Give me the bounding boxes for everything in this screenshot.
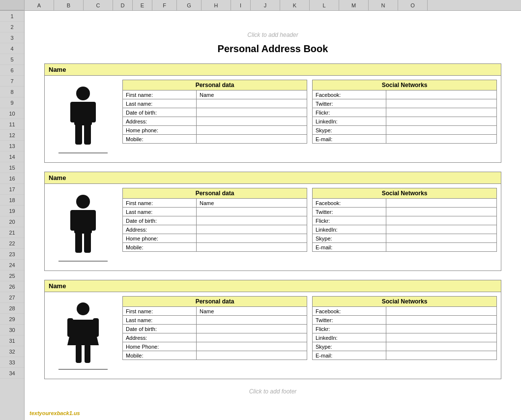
- personal-value-2-0[interactable]: Name: [197, 307, 307, 316]
- social-value-0-2[interactable]: [386, 108, 497, 117]
- col-header-d: D: [113, 0, 133, 10]
- contact-card-0: Name Personal dataFirst name:NameLast na…: [44, 63, 501, 163]
- personal-label-0-2: Date of birth:: [123, 108, 197, 117]
- row-header-34: 34: [0, 368, 24, 379]
- social-value-1-1[interactable]: [386, 208, 497, 216]
- header-placeholder[interactable]: Click to add header: [44, 31, 501, 38]
- personal-value-0-1[interactable]: [197, 99, 307, 108]
- row-header-29: 29: [0, 314, 24, 325]
- social-value-2-1[interactable]: [386, 316, 497, 325]
- personal-value-1-0[interactable]: Name: [197, 199, 307, 208]
- personal-value-0-0[interactable]: Name: [197, 90, 307, 99]
- social-value-2-0[interactable]: [386, 307, 497, 316]
- social-value-0-0[interactable]: [386, 90, 497, 99]
- card-name-header-1[interactable]: Name: [45, 172, 501, 184]
- watermark: textyourexback1.us: [29, 410, 80, 416]
- personal-value-2-2[interactable]: [197, 325, 307, 333]
- col-header-o: O: [398, 0, 428, 10]
- social-value-2-4[interactable]: [386, 342, 497, 351]
- personal-value-1-4[interactable]: [197, 234, 307, 243]
- avatar-section-0: [49, 80, 117, 158]
- row-header-25: 25: [0, 270, 24, 281]
- col-header-c: C: [84, 0, 113, 10]
- col-header-i: I: [231, 0, 251, 10]
- row-header-16: 16: [0, 173, 24, 184]
- row-header-3: 3: [0, 32, 24, 43]
- row-header-24: 24: [0, 260, 24, 270]
- personal-label-1-4: Home phone:: [123, 234, 197, 243]
- col-header-e: E: [133, 0, 152, 10]
- row-header-31: 31: [0, 335, 24, 346]
- social-table-wrap-0: Social NetworksFacebook:Twitter:Flickr:L…: [312, 80, 497, 158]
- social-label-1-0: Facebook:: [313, 199, 386, 208]
- personal-label-0-0: First name:: [123, 90, 197, 99]
- social-value-2-5[interactable]: [386, 351, 497, 360]
- page: Click to add header Personal Address Boo…: [25, 22, 521, 415]
- personal-value-1-5[interactable]: [197, 243, 307, 252]
- svg-rect-10: [75, 232, 82, 253]
- social-label-2-2: Flickr:: [313, 325, 386, 333]
- row-header-2: 2: [0, 22, 24, 32]
- col-header-n: N: [369, 0, 398, 10]
- social-value-1-2[interactable]: [386, 216, 497, 225]
- social-label-1-4: Skype:: [313, 234, 386, 243]
- footer-placeholder[interactable]: Click to add footer: [44, 388, 501, 395]
- personal-table-wrap-0: Personal dataFirst name:NameLast name:Da…: [122, 80, 307, 158]
- svg-rect-11: [84, 232, 91, 253]
- social-label-1-3: LinkedIn:: [313, 225, 386, 234]
- row-header-10: 10: [0, 108, 24, 119]
- personal-value-1-1[interactable]: [197, 208, 307, 216]
- personal-value-2-5[interactable]: [197, 351, 307, 360]
- personal-value-0-3[interactable]: [197, 117, 307, 126]
- card-name-header-0[interactable]: Name: [45, 64, 501, 76]
- social-value-1-5[interactable]: [386, 243, 497, 252]
- card-name-header-2[interactable]: Name: [45, 280, 501, 292]
- card-body-2: Personal dataFirst name:NameLast name:Da…: [45, 292, 501, 379]
- social-label-1-5: E-mail:: [313, 243, 386, 252]
- personal-label-2-2: Date of birth:: [123, 325, 197, 333]
- personal-value-2-3[interactable]: [197, 333, 307, 342]
- card-body-1: Personal dataFirst name:NameLast name:Da…: [45, 184, 501, 270]
- col-header-m: M: [339, 0, 369, 10]
- social-header-2: Social Networks: [313, 297, 497, 307]
- social-value-0-4[interactable]: [386, 126, 497, 135]
- page-area: Click to add header Personal Address Boo…: [25, 22, 521, 420]
- personal-value-0-4[interactable]: [197, 126, 307, 135]
- personal-value-0-2[interactable]: [197, 108, 307, 117]
- row-header-11: 11: [0, 119, 24, 130]
- social-value-2-2[interactable]: [386, 325, 497, 333]
- row-header-33: 33: [0, 357, 24, 368]
- personal-value-1-3[interactable]: [197, 225, 307, 234]
- social-value-0-1[interactable]: [386, 99, 497, 108]
- col-header-b: B: [54, 0, 84, 10]
- social-value-0-3[interactable]: [386, 117, 497, 126]
- personal-table-wrap-2: Personal dataFirst name:NameLast name:Da…: [122, 296, 307, 375]
- card-body-0: Personal dataFirst name:NameLast name:Da…: [45, 76, 501, 162]
- tables-row-1: Personal dataFirst name:NameLast name:Da…: [122, 188, 497, 267]
- social-value-1-3[interactable]: [386, 225, 497, 234]
- social-table-wrap-1: Social NetworksFacebook:Twitter:Flickr:L…: [312, 188, 497, 267]
- tables-row-2: Personal dataFirst name:NameLast name:Da…: [122, 296, 497, 375]
- social-value-2-3[interactable]: [386, 333, 497, 342]
- personal-label-0-3: Address:: [123, 117, 197, 126]
- personal-value-0-5[interactable]: [197, 135, 307, 144]
- social-header-0: Social Networks: [313, 80, 497, 90]
- social-value-1-0[interactable]: [386, 199, 497, 208]
- personal-header-0: Personal data: [123, 80, 307, 90]
- social-label-0-1: Twitter:: [313, 99, 386, 108]
- personal-value-2-1[interactable]: [197, 316, 307, 325]
- row-header-5: 5: [0, 54, 24, 65]
- social-value-1-4[interactable]: [386, 234, 497, 243]
- svg-rect-4: [75, 124, 82, 145]
- personal-label-2-4: Home Phone:: [123, 342, 197, 351]
- col-header-a: A: [25, 0, 54, 10]
- social-value-0-5[interactable]: [386, 135, 497, 144]
- row-header-18: 18: [0, 195, 24, 206]
- personal-value-1-2[interactable]: [197, 216, 307, 225]
- personal-label-0-5: Mobile:: [123, 135, 197, 144]
- svg-rect-14: [67, 318, 73, 337]
- col-header-j: J: [251, 0, 280, 10]
- personal-value-2-4[interactable]: [197, 342, 307, 351]
- row-header-15: 15: [0, 162, 24, 173]
- row-header-26: 26: [0, 281, 24, 292]
